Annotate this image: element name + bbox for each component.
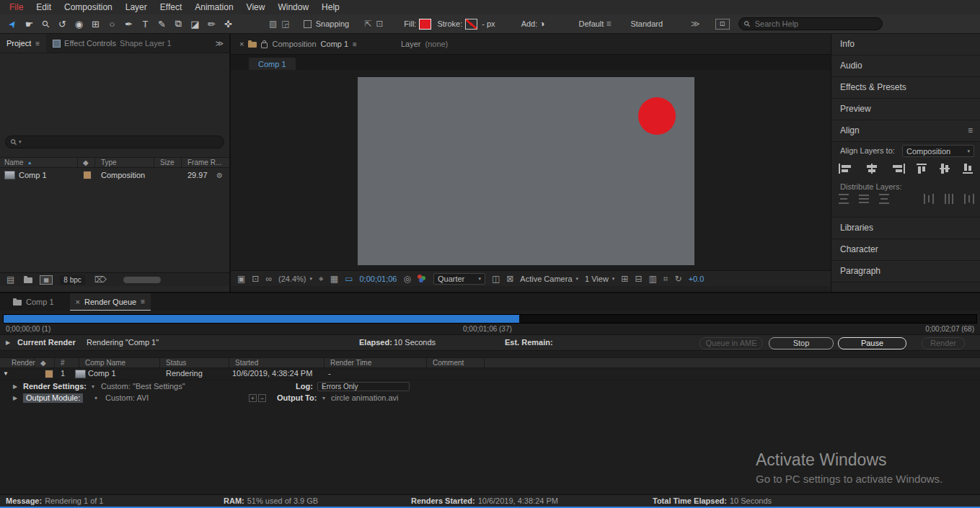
roto-brush-tool-icon[interactable]: ✏: [203, 19, 220, 30]
composition-viewer[interactable]: [231, 70, 831, 270]
menu-file[interactable]: File: [3, 0, 30, 14]
column-started[interactable]: Started: [235, 359, 258, 367]
eraser-tool-icon[interactable]: ◪: [187, 19, 203, 30]
distribute-horizontal-center-button[interactable]: [944, 194, 954, 205]
workspace-overflow-icon[interactable]: ≫: [689, 19, 702, 29]
mask-mode-icon[interactable]: ▨: [267, 19, 279, 29]
column-number[interactable]: #: [61, 359, 65, 367]
label-column-icon[interactable]: ◆: [40, 359, 46, 367]
stroke-width-value[interactable]: - px: [482, 19, 495, 28]
align-bottom-button[interactable]: [963, 164, 974, 174]
pen-tool-icon[interactable]: ✒: [120, 19, 137, 30]
column-render-time[interactable]: Render Time: [330, 359, 371, 367]
workspace-bar-icon[interactable]: ⊡: [715, 19, 730, 30]
render-button[interactable]: Render: [922, 337, 965, 349]
panel-tab-paragraph[interactable]: Paragraph: [831, 261, 980, 282]
panel-tab-audio[interactable]: Audio: [831, 55, 980, 77]
magnification-select[interactable]: (24.4%) ▾: [278, 275, 312, 283]
clone-stamp-tool-icon[interactable]: ⧉: [170, 18, 187, 30]
label-column-icon[interactable]: ◆: [83, 159, 89, 166]
menu-effect[interactable]: Effect: [154, 0, 188, 14]
menu-animation[interactable]: Animation: [188, 0, 239, 14]
column-type[interactable]: Type: [101, 159, 117, 166]
fast-preview-icon[interactable]: ⊠: [506, 274, 513, 284]
column-comment[interactable]: Comment: [433, 359, 464, 367]
label-color-swatch[interactable]: [83, 171, 92, 179]
menu-edit[interactable]: Edit: [30, 0, 58, 14]
panel-tab-libraries[interactable]: Libraries: [831, 218, 980, 239]
expand-icon[interactable]: ▶: [13, 381, 17, 392]
column-status[interactable]: Status: [166, 359, 186, 367]
panel-menu-icon[interactable]: ≡: [968, 120, 973, 141]
caret-down-icon[interactable]: ▾: [92, 381, 94, 392]
orbit-camera-tool-icon[interactable]: ↺: [54, 19, 71, 30]
output-module-label[interactable]: Output Module:: [23, 393, 83, 403]
scrollbar-thumb[interactable]: [123, 277, 161, 283]
log-select[interactable]: Errors Only ▾: [317, 382, 410, 391]
stroke-color-swatch[interactable]: [465, 19, 477, 30]
current-time-display[interactable]: 0;00;01;06: [359, 275, 397, 283]
panel-menu-icon[interactable]: ≡: [353, 40, 357, 48]
align-layers-to-select[interactable]: Composition ▾: [902, 145, 974, 157]
grid-guides-icon[interactable]: ▦: [330, 274, 338, 284]
distribute-left-button[interactable]: [924, 194, 934, 205]
interpret-footage-icon[interactable]: ▤: [4, 275, 17, 285]
camera-select[interactable]: Active Camera ▾: [520, 275, 578, 283]
bit-depth-button[interactable]: 8 bpc: [60, 275, 84, 285]
caret-down-icon[interactable]: ▾: [322, 393, 325, 404]
red-circle-layer[interactable]: [638, 97, 676, 135]
workspace-menu-icon[interactable]: ≡: [604, 19, 613, 29]
tab-effect-controls[interactable]: Effect Controls Shape Layer 1: [46, 34, 178, 53]
project-item-comp1[interactable]: Comp 1 Composition 29.97 ⚙: [0, 169, 229, 181]
menu-help[interactable]: Help: [315, 0, 346, 14]
panel-tab-character[interactable]: Character: [831, 239, 980, 261]
show-channels-icon[interactable]: [418, 275, 427, 282]
menu-window[interactable]: Window: [271, 0, 315, 14]
hand-tool-icon[interactable]: ☛: [21, 19, 37, 30]
pause-button[interactable]: Pause: [838, 337, 906, 349]
viewer-tab-comp1[interactable]: Comp 1: [249, 58, 296, 71]
menu-view[interactable]: View: [240, 0, 272, 14]
add-output-module-button[interactable]: +: [249, 394, 257, 402]
project-search-field[interactable]: ⚲ ▾: [5, 135, 224, 148]
zoom-tool-icon[interactable]: ⚲: [36, 14, 56, 34]
pixel-aspect-icon[interactable]: ◫: [492, 274, 500, 284]
expand-icon[interactable]: ▶: [13, 393, 17, 404]
workspace-standard-button[interactable]: Standard: [630, 19, 663, 28]
render-settings-value[interactable]: Custom: "Best Settings": [101, 381, 185, 392]
puppet-pin-tool-icon[interactable]: ✜: [220, 19, 237, 30]
new-folder-icon[interactable]: [24, 277, 32, 283]
menu-layer[interactable]: Layer: [119, 0, 154, 14]
flowchart-icon[interactable]: ⌗: [663, 274, 668, 284]
selection-tool-icon[interactable]: ➤: [4, 14, 22, 33]
resolution-select[interactable]: Quarter ▾: [433, 273, 485, 285]
trash-icon[interactable]: ⌦: [92, 275, 109, 285]
sort-asc-icon[interactable]: ▲: [27, 160, 32, 165]
queue-in-ame-button[interactable]: Queue in AME: [699, 337, 763, 349]
stereo-3d-icon[interactable]: ∞: [265, 274, 272, 284]
panel-menu-icon[interactable]: ≡: [141, 298, 145, 306]
workspace-default-button[interactable]: Default: [579, 19, 604, 28]
fill-color-swatch[interactable]: [419, 19, 431, 30]
column-render[interactable]: Render: [12, 359, 35, 367]
tab-project[interactable]: Project ≡: [0, 34, 46, 53]
distribute-bottom-button[interactable]: [879, 194, 889, 205]
render-queue-item-row[interactable]: ▼ 1 Comp 1 Rendering 10/6/2019, 4:38:24 …: [0, 367, 980, 380]
choose-grid-icon[interactable]: ⌖: [319, 274, 324, 284]
align-right-button[interactable]: [891, 164, 905, 174]
panel-menu-icon[interactable]: ≡: [35, 40, 40, 48]
view-layout-select[interactable]: 1 View ▾: [585, 275, 614, 283]
align-horizontal-center-button[interactable]: [865, 164, 879, 174]
snapping-checkbox[interactable]: [304, 20, 312, 28]
close-icon[interactable]: ×: [76, 298, 80, 306]
distribute-top-button[interactable]: [839, 194, 849, 205]
shape-tool-icon[interactable]: ○: [104, 19, 120, 30]
snap-option-icon-2[interactable]: ⊡: [374, 19, 385, 29]
render-settings-label[interactable]: Render Settings:: [23, 381, 87, 392]
align-left-button[interactable]: [839, 164, 853, 174]
brush-tool-icon[interactable]: ✎: [154, 19, 170, 30]
reset-exposure-icon[interactable]: ↻: [675, 274, 682, 284]
composition-canvas[interactable]: [358, 77, 694, 265]
column-name[interactable]: Name: [4, 159, 24, 166]
output-module-value[interactable]: Custom: AVI: [105, 393, 149, 404]
